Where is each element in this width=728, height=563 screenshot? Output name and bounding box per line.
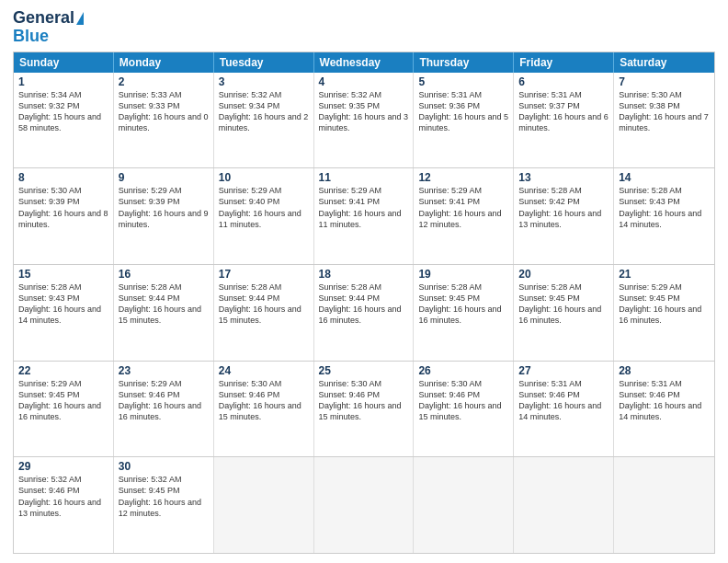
cell-info: Sunrise: 5:28 AMSunset: 9:44 PMDaylight:… [219,282,309,327]
cell-info: Sunrise: 5:31 AMSunset: 9:37 PMDaylight:… [518,89,609,134]
day-number: 17 [219,268,309,281]
calendar-day-15: 15Sunrise: 5:28 AMSunset: 9:43 PMDayligh… [14,265,114,361]
calendar-day-5: 5Sunrise: 5:31 AMSunset: 9:36 PMDaylight… [414,73,514,168]
cell-info: Sunrise: 5:29 AMSunset: 9:46 PMDaylight:… [119,378,209,423]
day-number: 6 [518,75,609,88]
calendar-day-1: 1Sunrise: 5:34 AMSunset: 9:32 PMDaylight… [14,73,114,168]
calendar-day-16: 16Sunrise: 5:28 AMSunset: 9:44 PMDayligh… [114,265,214,361]
calendar: SundayMondayTuesdayWednesdayThursdayFrid… [13,52,715,554]
cell-info: Sunrise: 5:29 AMSunset: 9:41 PMDaylight:… [319,185,409,230]
calendar-day-6: 6Sunrise: 5:31 AMSunset: 9:37 PMDaylight… [514,73,614,168]
cell-info: Sunrise: 5:32 AMSunset: 9:34 PMDaylight:… [219,89,309,134]
calendar-header-sunday: Sunday [14,52,114,73]
calendar-day-10: 10Sunrise: 5:29 AMSunset: 9:40 PMDayligh… [214,168,314,264]
calendar-week-3: 15Sunrise: 5:28 AMSunset: 9:43 PMDayligh… [14,265,714,362]
calendar-day-22: 22Sunrise: 5:29 AMSunset: 9:45 PMDayligh… [14,362,114,457]
cell-info: Sunrise: 5:28 AMSunset: 9:45 PMDaylight:… [518,282,609,327]
cell-info: Sunrise: 5:29 AMSunset: 9:45 PMDaylight:… [619,282,710,327]
calendar-header-friday: Friday [514,52,614,73]
calendar-header-tuesday: Tuesday [214,52,314,73]
cell-info: Sunrise: 5:28 AMSunset: 9:45 PMDaylight:… [418,282,508,327]
calendar-day-28: 28Sunrise: 5:31 AMSunset: 9:46 PMDayligh… [614,362,714,457]
calendar-header-wednesday: Wednesday [314,52,415,73]
calendar-empty-cell [314,457,415,553]
cell-info: Sunrise: 5:28 AMSunset: 9:44 PMDaylight:… [319,282,409,327]
calendar-day-17: 17Sunrise: 5:28 AMSunset: 9:44 PMDayligh… [214,265,314,361]
calendar-day-21: 21Sunrise: 5:29 AMSunset: 9:45 PMDayligh… [614,265,714,361]
day-number: 23 [119,364,209,377]
calendar-day-14: 14Sunrise: 5:28 AMSunset: 9:43 PMDayligh… [614,168,714,264]
day-number: 22 [18,364,108,377]
cell-info: Sunrise: 5:32 AMSunset: 9:46 PMDaylight:… [18,474,108,519]
calendar-day-12: 12Sunrise: 5:29 AMSunset: 9:41 PMDayligh… [414,168,514,264]
cell-info: Sunrise: 5:31 AMSunset: 9:46 PMDaylight:… [619,378,710,423]
calendar-day-3: 3Sunrise: 5:32 AMSunset: 9:34 PMDaylight… [214,73,314,168]
cell-info: Sunrise: 5:29 AMSunset: 9:41 PMDaylight:… [418,185,508,230]
calendar-day-27: 27Sunrise: 5:31 AMSunset: 9:46 PMDayligh… [514,362,614,457]
cell-info: Sunrise: 5:33 AMSunset: 9:33 PMDaylight:… [119,89,209,134]
cell-info: Sunrise: 5:30 AMSunset: 9:46 PMDaylight:… [418,378,508,423]
calendar-day-7: 7Sunrise: 5:30 AMSunset: 9:38 PMDaylight… [614,73,714,168]
calendar-day-8: 8Sunrise: 5:30 AMSunset: 9:39 PMDaylight… [14,168,114,264]
day-number: 10 [219,171,309,184]
logo-general: General [13,9,74,28]
day-number: 14 [619,171,710,184]
day-number: 7 [619,75,710,88]
logo-triangle-icon [76,12,84,25]
cell-info: Sunrise: 5:31 AMSunset: 9:36 PMDaylight:… [418,89,508,134]
calendar-day-4: 4Sunrise: 5:32 AMSunset: 9:35 PMDaylight… [314,73,415,168]
cell-info: Sunrise: 5:30 AMSunset: 9:46 PMDaylight:… [219,378,309,423]
cell-info: Sunrise: 5:29 AMSunset: 9:39 PMDaylight:… [119,185,209,230]
day-number: 21 [619,268,710,281]
day-number: 12 [418,171,508,184]
logo-blue-text: Blue [13,28,49,46]
calendar-day-29: 29Sunrise: 5:32 AMSunset: 9:46 PMDayligh… [14,457,114,553]
day-number: 29 [18,460,108,473]
day-number: 5 [418,75,508,88]
cell-info: Sunrise: 5:28 AMSunset: 9:43 PMDaylight:… [619,185,710,230]
calendar-day-26: 26Sunrise: 5:30 AMSunset: 9:46 PMDayligh… [414,362,514,457]
calendar-week-1: 1Sunrise: 5:34 AMSunset: 9:32 PMDaylight… [14,73,714,169]
cell-info: Sunrise: 5:29 AMSunset: 9:45 PMDaylight:… [18,378,108,423]
cell-info: Sunrise: 5:31 AMSunset: 9:46 PMDaylight:… [518,378,609,423]
day-number: 11 [319,171,409,184]
calendar-header-thursday: Thursday [414,52,514,73]
calendar-header-monday: Monday [114,52,214,73]
day-number: 20 [518,268,609,281]
day-number: 24 [219,364,309,377]
calendar-header-saturday: Saturday [614,52,714,73]
cell-info: Sunrise: 5:30 AMSunset: 9:46 PMDaylight:… [319,378,409,423]
cell-info: Sunrise: 5:30 AMSunset: 9:38 PMDaylight:… [619,89,710,134]
day-number: 3 [219,75,309,88]
calendar-week-4: 22Sunrise: 5:29 AMSunset: 9:45 PMDayligh… [14,362,714,458]
calendar-day-25: 25Sunrise: 5:30 AMSunset: 9:46 PMDayligh… [314,362,415,457]
day-number: 19 [418,268,508,281]
calendar-empty-cell [514,457,614,553]
logo: General Blue [13,9,84,46]
calendar-day-24: 24Sunrise: 5:30 AMSunset: 9:46 PMDayligh… [214,362,314,457]
day-number: 18 [319,268,409,281]
calendar-day-11: 11Sunrise: 5:29 AMSunset: 9:41 PMDayligh… [314,168,415,264]
cell-info: Sunrise: 5:34 AMSunset: 9:32 PMDaylight:… [18,89,108,134]
day-number: 13 [518,171,609,184]
calendar-header-row: SundayMondayTuesdayWednesdayThursdayFrid… [14,52,714,73]
cell-info: Sunrise: 5:28 AMSunset: 9:44 PMDaylight:… [119,282,209,327]
day-number: 4 [319,75,409,88]
cell-info: Sunrise: 5:32 AMSunset: 9:45 PMDaylight:… [119,474,209,519]
calendar-day-30: 30Sunrise: 5:32 AMSunset: 9:45 PMDayligh… [114,457,214,553]
day-number: 2 [119,75,209,88]
calendar-day-2: 2Sunrise: 5:33 AMSunset: 9:33 PMDaylight… [114,73,214,168]
calendar-day-13: 13Sunrise: 5:28 AMSunset: 9:42 PMDayligh… [514,168,614,264]
calendar-empty-cell [414,457,514,553]
day-number: 8 [18,171,108,184]
day-number: 28 [619,364,710,377]
day-number: 9 [119,171,209,184]
calendar-body: 1Sunrise: 5:34 AMSunset: 9:32 PMDaylight… [14,73,714,553]
day-number: 1 [18,75,108,88]
cell-info: Sunrise: 5:28 AMSunset: 9:42 PMDaylight:… [518,185,609,230]
calendar-day-19: 19Sunrise: 5:28 AMSunset: 9:45 PMDayligh… [414,265,514,361]
cell-info: Sunrise: 5:30 AMSunset: 9:39 PMDaylight:… [18,185,108,230]
calendar-day-18: 18Sunrise: 5:28 AMSunset: 9:44 PMDayligh… [314,265,415,361]
day-number: 30 [119,460,209,473]
calendar-day-23: 23Sunrise: 5:29 AMSunset: 9:46 PMDayligh… [114,362,214,457]
